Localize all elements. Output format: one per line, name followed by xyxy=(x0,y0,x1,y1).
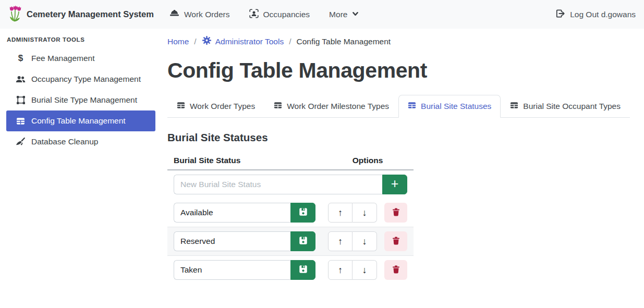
table-row: ↑ ↓ xyxy=(167,199,414,227)
tab-burial-site-statuses[interactable]: Burial Site Statuses xyxy=(398,95,501,118)
bounding-box-icon xyxy=(15,95,26,105)
arrow-down-icon: ↓ xyxy=(362,265,367,276)
save-icon xyxy=(299,207,308,218)
sidebar-item-burial-site-type-management[interactable]: Burial Site Type Management xyxy=(6,90,155,110)
move-up-button[interactable]: ↑ xyxy=(328,231,353,251)
chevron-down-icon xyxy=(352,10,359,19)
breadcrumb-separator: / xyxy=(194,37,196,46)
new-status-row: + xyxy=(167,170,414,199)
nav-work-orders[interactable]: Work Orders xyxy=(169,9,230,20)
delete-button[interactable] xyxy=(384,203,407,223)
tab-work-order-milestone-types[interactable]: Work Order Milestone Types xyxy=(264,95,398,118)
sidebar-heading: ADMINISTRATOR TOOLS xyxy=(7,36,155,43)
move-up-button[interactable]: ↑ xyxy=(328,203,353,223)
delete-button[interactable] xyxy=(384,231,407,251)
hard-hat-icon xyxy=(169,9,179,20)
add-status-button[interactable]: + xyxy=(382,175,407,194)
column-header-options: Options xyxy=(322,152,414,170)
move-down-button[interactable]: ↓ xyxy=(353,260,377,280)
dollar-icon: $ xyxy=(15,53,26,64)
tulip-logo-icon xyxy=(8,5,22,24)
sidebar-item-occupancy-type-management[interactable]: Occupancy Type Management xyxy=(6,69,155,90)
table-icon xyxy=(15,117,26,126)
section-title: Burial Site Statuses xyxy=(167,131,638,144)
column-header-burial-site-status: Burial Site Status xyxy=(167,152,322,170)
page-title: Config Table Management xyxy=(167,58,638,83)
status-input[interactable] xyxy=(174,231,290,251)
save-button[interactable] xyxy=(290,260,315,280)
table-icon xyxy=(177,101,185,112)
delete-button[interactable] xyxy=(384,260,407,280)
arrow-up-icon: ↑ xyxy=(338,236,343,247)
top-navbar: Cemetery Management System Work Orders xyxy=(0,0,644,29)
tab-burial-site-occupant-types[interactable]: Burial Site Occupant Types xyxy=(501,95,630,118)
sidebar-item-database-cleanup[interactable]: Database Cleanup xyxy=(6,131,155,152)
table-icon xyxy=(408,101,416,112)
breadcrumb-separator: / xyxy=(289,37,291,46)
breadcrumb-administrator-tools-link[interactable]: Administrator Tools xyxy=(202,35,284,47)
breadcrumb: Home / Administrator Tools / xyxy=(167,35,638,47)
brand-link[interactable]: Cemetery Management System xyxy=(8,5,154,24)
reorder-button-group: ↑ ↓ xyxy=(328,203,377,223)
plus-icon: + xyxy=(391,177,399,190)
move-down-button[interactable]: ↓ xyxy=(353,231,377,251)
people-icon xyxy=(15,75,26,83)
save-button[interactable] xyxy=(290,203,315,223)
arrow-down-icon: ↓ xyxy=(362,236,367,247)
sidebar: ADMINISTRATOR TOOLS $ Fee Management Occ… xyxy=(0,29,162,308)
reorder-button-group: ↑ ↓ xyxy=(328,231,377,251)
breadcrumb-current: Config Table Management xyxy=(297,37,391,46)
status-input[interactable] xyxy=(174,203,290,223)
trash-icon xyxy=(392,208,400,218)
table-row: ↑ ↓ xyxy=(167,256,414,285)
app-title: Cemetery Management System xyxy=(27,9,154,19)
reorder-button-group: ↑ ↓ xyxy=(328,260,377,280)
save-icon xyxy=(299,265,308,275)
table-icon xyxy=(274,101,282,112)
move-down-button[interactable]: ↓ xyxy=(353,203,377,223)
nav-more[interactable]: More xyxy=(329,10,359,19)
move-up-button[interactable]: ↑ xyxy=(328,260,353,280)
arrow-up-icon: ↑ xyxy=(338,207,343,218)
broom-icon xyxy=(15,137,26,146)
gear-icon xyxy=(202,35,212,47)
sidebar-item-fee-management[interactable]: $ Fee Management xyxy=(6,48,155,69)
table-row: ↑ ↓ xyxy=(167,227,414,256)
tab-work-order-types[interactable]: Work Order Types xyxy=(167,95,264,118)
sidebar-item-config-table-management[interactable]: Config Table Management xyxy=(6,110,155,131)
status-input[interactable] xyxy=(174,260,290,280)
tab-bar: Work Order Types Work Order Milestone Ty… xyxy=(167,95,630,118)
breadcrumb-home-link[interactable]: Home xyxy=(167,37,189,46)
trash-icon xyxy=(392,265,400,275)
new-status-input[interactable] xyxy=(174,175,382,194)
arrow-down-icon: ↓ xyxy=(362,207,367,218)
person-bounding-box-icon xyxy=(249,9,259,20)
main-content: Home / Administrator Tools / xyxy=(162,29,644,308)
config-table: Burial Site Status Options + xyxy=(167,152,414,284)
box-arrow-right-icon xyxy=(555,9,565,20)
table-icon xyxy=(510,101,518,112)
nav-occupancies[interactable]: Occupancies xyxy=(249,9,310,20)
save-icon xyxy=(299,236,308,247)
trash-icon xyxy=(392,237,400,247)
arrow-up-icon: ↑ xyxy=(338,265,343,276)
logout-button[interactable]: Log Out d.gowans xyxy=(555,9,636,20)
save-button[interactable] xyxy=(290,231,315,251)
